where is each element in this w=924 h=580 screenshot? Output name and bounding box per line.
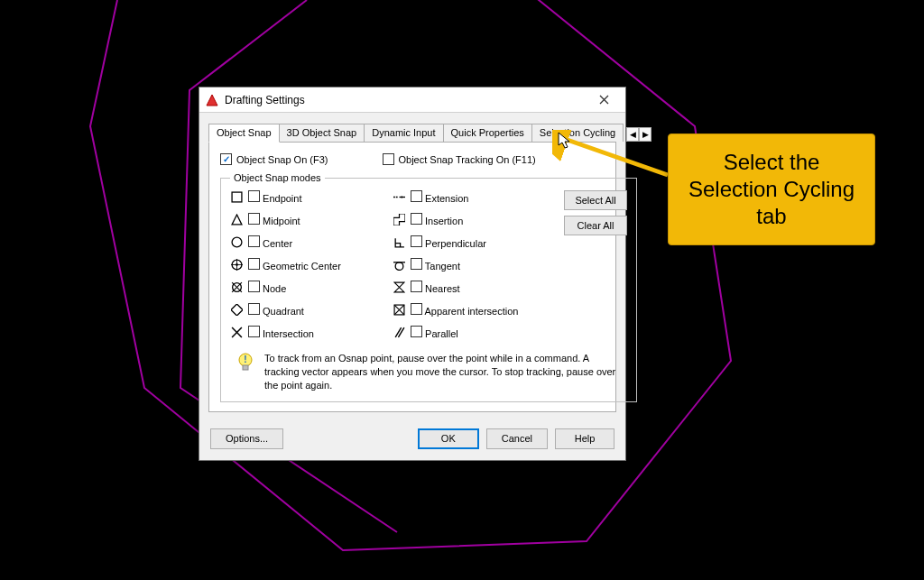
insertion-checkbox[interactable]: Insertion [411,213,463,226]
checkbox-icon [248,190,260,202]
options-button[interactable]: Options... [210,428,283,449]
tab-scroll: ◀ ▶ [626,127,651,142]
checkbox-icon [248,235,260,247]
perpendicular-checkbox[interactable]: Perpendicular [411,235,486,249]
clear-all-button[interactable]: Clear All [564,216,627,235]
extension-checkbox[interactable]: Extension [411,190,468,204]
node-icon [230,281,243,294]
svg-text:!: ! [244,354,246,364]
midpoint-checkbox[interactable]: Midpoint [248,213,300,226]
svg-line-20 [398,327,404,337]
mode-label: Nearest [425,283,460,294]
node-checkbox[interactable]: Node [248,281,286,294]
tab-dynamic-input[interactable]: Dynamic Input [364,124,443,142]
svg-rect-0 [232,192,242,202]
callout-text: Select the Selection Cycling tab [688,150,855,228]
mode-label: Parallel [425,328,458,339]
quadrant-icon [230,304,243,317]
annotation-callout: Select the Selection Cycling tab [668,133,875,245]
object-snap-modes-group: Object Snap modes Endpoint Midpoint Cent… [220,172,637,402]
tab-quick-properties[interactable]: Quick Properties [443,124,532,142]
modes-legend: Object Snap modes [230,172,325,183]
ok-button[interactable]: OK [418,428,479,449]
nearest-checkbox[interactable]: Nearest [411,281,460,294]
parallel-icon [393,327,405,339]
tab-label: 3D Object Snap [287,127,357,138]
tangent-checkbox[interactable]: Tangent [411,258,460,272]
tab-label: Quick Properties [451,127,524,138]
checkbox-label: Object Snap On (F3) [236,154,328,165]
app-icon [205,93,219,107]
mode-label: Extension [425,193,468,204]
tab-label: Object Snap [217,127,272,138]
object-snap-on-checkbox[interactable]: Object Snap On (F3) [220,153,328,165]
insertion-icon [393,214,405,226]
mode-label: Center [263,238,292,249]
dialog-footer: Options... OK Cancel Help [199,421,625,460]
checkbox-icon [383,153,394,165]
modes-right-column: Extension Insertion Perpendicular Tangen… [393,190,564,339]
tab-panel: Object Snap On (F3) Object Snap Tracking… [208,142,616,412]
tab-3d-object-snap[interactable]: 3D Object Snap [279,124,365,142]
midpoint-icon [230,214,243,226]
intersection-checkbox[interactable]: Intersection [248,326,314,339]
quadrant-checkbox[interactable]: Quadrant [248,303,304,317]
tab-label: Dynamic Input [372,127,435,138]
perpendicular-icon [393,236,405,249]
checkbox-icon [411,213,422,225]
tab-scroll-left[interactable]: ◀ [626,127,639,142]
svg-point-14 [395,262,403,271]
intersection-icon [230,327,243,339]
help-button[interactable]: Help [555,428,614,449]
checkbox-icon [411,326,422,337]
checkbox-icon [411,303,422,315]
svg-rect-22 [243,365,248,370]
endpoint-icon [230,191,243,204]
tab-strip: Object Snap 3D Object Snap Dynamic Input… [208,122,616,142]
cancel-button[interactable]: Cancel [486,428,548,449]
modes-left-column: Endpoint Midpoint Center Geometric Cente… [230,190,393,339]
tab-scroll-right[interactable]: ▶ [639,127,651,142]
modes-buttons-column: Select All Clear All [564,190,627,339]
tab-object-snap[interactable]: Object Snap [208,124,280,143]
mode-label: Insertion [425,216,463,226]
select-all-button[interactable]: Select All [564,190,627,210]
lightbulb-icon: ! [236,352,255,392]
mode-label: Perpendicular [425,238,486,249]
checkbox-icon [248,303,260,315]
checkbox-icon [411,281,422,292]
mode-label: Midpoint [263,216,300,226]
checkbox-icon [411,258,422,270]
dialog-title: Drafting Settings [225,94,587,106]
drafting-settings-dialog: Drafting Settings Object Snap 3D Object … [199,87,626,461]
tangent-icon [393,259,405,272]
mode-label: Geometric Center [263,261,341,272]
object-snap-tracking-on-checkbox[interactable]: Object Snap Tracking On (F11) [383,153,536,165]
mode-label: Tangent [425,261,460,272]
tab-label: Selection Cycling [540,127,615,138]
geometric-center-checkbox[interactable]: Geometric Center [248,258,341,272]
mode-label: Endpoint [263,193,301,204]
checkbox-icon [248,213,260,225]
close-button[interactable] [587,90,620,110]
svg-point-1 [232,237,242,247]
geometric-center-icon [230,259,243,272]
endpoint-checkbox[interactable]: Endpoint [248,190,302,204]
mode-label: Node [263,283,286,294]
nearest-icon [393,281,405,294]
tip-row: ! To track from an Osnap point, pause ov… [230,352,627,392]
apparent-intersection-checkbox[interactable]: Apparent intersection [411,303,518,317]
checkbox-icon [411,235,422,247]
extension-icon [393,191,405,204]
mode-label: Intersection [263,328,314,339]
checkbox-icon [248,281,260,292]
checkbox-icon [411,190,422,202]
checkbox-icon [248,258,260,270]
tab-selection-cycling[interactable]: Selection Cycling [531,124,624,142]
center-checkbox[interactable]: Center [248,235,292,249]
checkbox-icon [220,153,232,165]
mode-label: Quadrant [263,306,304,317]
checkbox-label: Object Snap Tracking On (F11) [399,154,536,165]
apparent-intersection-icon [393,304,405,317]
parallel-checkbox[interactable]: Parallel [411,326,458,339]
